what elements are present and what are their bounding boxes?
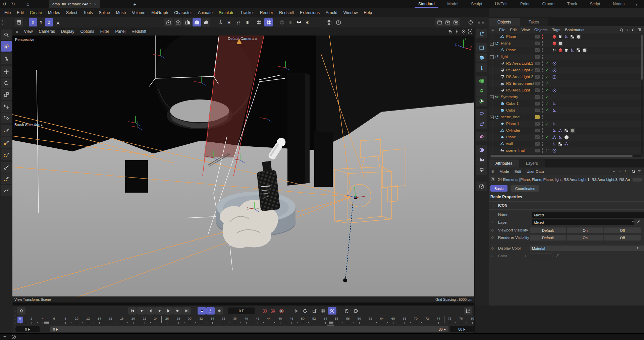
record-recgear-button[interactable]: ✱ [277, 307, 286, 315]
layer-chip[interactable] [535, 88, 540, 92]
visibility-dot-editor[interactable] [542, 75, 543, 76]
layer-chip[interactable] [535, 48, 540, 52]
layout-tab-standard[interactable]: Standard [412, 0, 441, 8]
vp-menu-options[interactable]: Options [77, 29, 97, 34]
attr-menu-edit[interactable]: Edit [512, 169, 524, 174]
om-search-icon[interactable] [620, 28, 624, 32]
tag-rs-icon[interactable] [552, 35, 557, 39]
record-recA-button[interactable]: A [269, 307, 277, 315]
visibility-dot-editor[interactable] [542, 81, 543, 83]
toggle-speaker-button[interactable] [215, 307, 223, 315]
visibility-dot-editor[interactable] [542, 61, 543, 63]
tool-penline-button[interactable] [1, 174, 12, 184]
layer-chip[interactable] [535, 135, 540, 139]
vp-menu-cameras[interactable]: Cameras [36, 29, 58, 34]
om-menu-edit[interactable]: Edit [508, 28, 519, 32]
menu-file[interactable]: File [1, 10, 14, 15]
range-bar[interactable]: 0 F80 F [50, 326, 448, 332]
om-filter-icon[interactable] [625, 28, 629, 31]
motion-mcirc2-button[interactable] [352, 307, 360, 315]
archive-button[interactable] [15, 18, 23, 26]
transport-prevkey-button[interactable] [137, 307, 146, 315]
attr-tab-layers[interactable]: Layers [519, 159, 545, 167]
layer-chip[interactable] [535, 55, 540, 59]
layer-chip[interactable] [535, 122, 540, 126]
enabled-check-icon[interactable]: ✓ [545, 88, 549, 92]
menu-animate[interactable]: Animate [195, 10, 216, 15]
object-row[interactable]: Plane [489, 47, 644, 54]
keying-nokey-button[interactable] [328, 307, 336, 315]
visibility-dot-render[interactable] [542, 131, 543, 133]
om-menu-tags[interactable]: Tags [550, 28, 562, 32]
axis-lock-x-button[interactable]: X [29, 18, 37, 26]
visibility-dot-editor[interactable] [542, 35, 543, 36]
tool-select-button[interactable] [1, 41, 12, 52]
new-tab-button[interactable]: + [130, 0, 140, 8]
undo-icon[interactable]: ↺ [0, 0, 9, 8]
shading-box-button[interactable] [202, 18, 210, 26]
layout-tab-script[interactable]: Script [584, 0, 607, 8]
transport-nextframe-button[interactable] [164, 307, 173, 315]
enabled-check-icon[interactable]: ✓ [545, 135, 549, 139]
visibility-dot-editor[interactable] [542, 48, 543, 50]
tool-scale-button[interactable] [1, 89, 12, 100]
range-start-field[interactable]: 0 F [15, 326, 40, 332]
tag-spherel-icon[interactable] [564, 135, 569, 140]
object-row[interactable]: wall [489, 141, 644, 147]
menu-extensions[interactable]: Extensions [297, 10, 323, 15]
tag-hier-icon[interactable] [564, 142, 569, 146]
visibility-dot-editor[interactable] [542, 135, 543, 137]
coord-tool-button[interactable] [235, 18, 243, 26]
viewport-visibility-on-button[interactable]: On [567, 227, 603, 233]
layer-caret[interactable]: › [491, 220, 493, 224]
menu-modes[interactable]: Modes [45, 10, 63, 15]
visibility-dot-render[interactable] [542, 91, 543, 92]
layout-tab-uvedit[interactable]: UVEdit [489, 0, 514, 8]
tag-sphere-icon[interactable] [558, 41, 563, 46]
viewport-3d[interactable]: Perspective Default Camera ⧉ Brush Selec… [12, 36, 474, 302]
tag-pflag-icon[interactable] [552, 122, 556, 126]
expander-icon[interactable]: − [490, 55, 494, 59]
tag-checker-icon[interactable] [558, 142, 562, 146]
visibility-dot-render[interactable] [542, 118, 543, 119]
object-name[interactable]: RS Area Light.3 [506, 68, 533, 72]
light-object-button[interactable] [476, 165, 487, 175]
axis-center-button[interactable] [216, 18, 225, 26]
motion-mcirc1-button[interactable] [342, 307, 351, 315]
object-name[interactable]: light [501, 55, 508, 59]
camera-hex-button[interactable] [325, 18, 333, 26]
view-name-label[interactable]: Perspective [15, 38, 34, 42]
tag-rs-icon[interactable] [552, 41, 557, 46]
object-name[interactable]: Plane [506, 35, 516, 39]
enabled-check-icon[interactable]: ✓ [545, 121, 549, 126]
tag-pflag-icon[interactable] [570, 48, 575, 52]
object-name[interactable]: Symmetry [501, 95, 518, 99]
layout-tab-sculpt[interactable]: Sculpt [465, 0, 488, 8]
dynamics-settings-button[interactable]: ✱ [286, 18, 294, 26]
visibility-dot-render[interactable] [542, 151, 543, 153]
range-marker[interactable] [44, 322, 49, 324]
viewport-menu-icon[interactable]: ≡ [16, 29, 18, 34]
expander-icon[interactable]: − [490, 95, 494, 99]
object-name[interactable]: Cylinder [506, 128, 520, 132]
visibility-dot-render[interactable] [542, 111, 543, 113]
menu-select[interactable]: Select [63, 10, 80, 15]
layer-chip[interactable] [535, 109, 540, 112]
visibility-dot-render[interactable] [542, 144, 543, 146]
object-row[interactable]: RS Area Light.3✓ [489, 67, 644, 74]
layer-chip[interactable] [535, 62, 540, 65]
tag-pflag-icon[interactable] [552, 142, 556, 146]
tag-pflag-icon[interactable] [552, 101, 556, 106]
effector-button[interactable] [476, 96, 487, 106]
transport-play-button[interactable] [155, 307, 164, 315]
object-row[interactable]: Plane [489, 33, 644, 40]
symmetry-settings-button[interactable]: ✱ [303, 18, 311, 26]
menu-mograph[interactable]: MoGraph [148, 10, 171, 15]
tool-tweak-button[interactable]: ✱ [1, 53, 12, 64]
visibility-dot-render[interactable] [542, 104, 543, 106]
menu-volume[interactable]: Volume [129, 10, 148, 15]
tool-sketch-button[interactable] [1, 185, 12, 196]
transport-skipend-button[interactable] [182, 307, 191, 315]
tag-pflag-icon[interactable] [558, 135, 562, 139]
horizontal-scrollbar[interactable] [490, 155, 641, 157]
